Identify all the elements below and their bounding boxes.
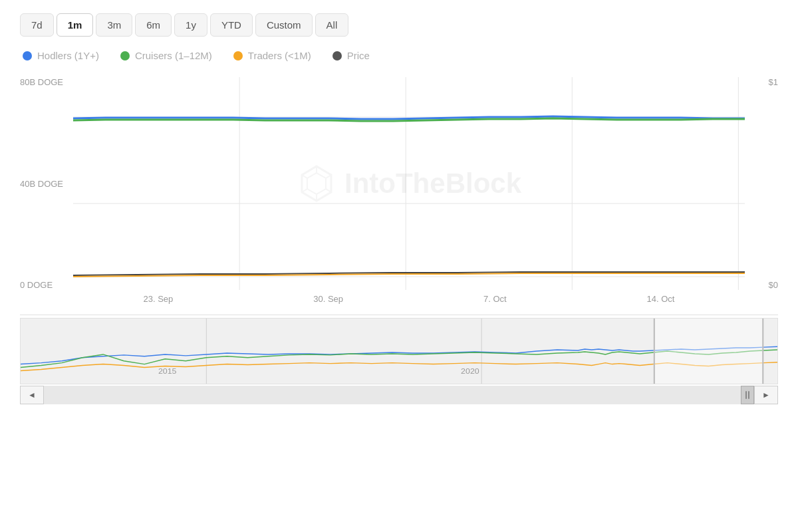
nav-scrollbar[interactable] (44, 386, 754, 404)
legend-label: Price (347, 50, 370, 61)
mini-nav-bar: ◄ ► (20, 386, 778, 404)
time-btn-custom[interactable]: Custom (255, 13, 313, 37)
mini-chart-container: 2015 2020 ◄ (20, 315, 778, 404)
y-axis-right: $1 $0 (751, 77, 778, 290)
svg-text:2020: 2020 (461, 367, 479, 376)
svg-text:2015: 2015 (158, 367, 177, 376)
time-range-selector: 7d1m3m6m1yYTDCustomAll (20, 13, 778, 37)
x-label-3: 7. Oct (483, 294, 507, 304)
y-label-top: 80B DOGE (20, 77, 73, 87)
nav-left-arrow[interactable]: ◄ (20, 386, 44, 404)
y-label-bot: 0 DOGE (20, 280, 73, 290)
time-btn-3m[interactable]: 3m (96, 13, 132, 37)
legend-dot (332, 51, 342, 61)
legend-item: Cruisers (1–12M) (120, 50, 212, 61)
x-label-4: 14. Oct (647, 294, 675, 304)
svg-rect-20 (654, 319, 764, 384)
legend-dot (233, 51, 243, 61)
chart-legend: Hodlers (1Y+)Cruisers (1–12M)Traders (<1… (20, 50, 778, 61)
nav-right-arrow[interactable]: ► (754, 386, 778, 404)
chart-wrapper: 80B DOGE 40B DOGE 0 DOGE $1 $0 (20, 77, 778, 404)
time-btn-1y[interactable]: 1y (174, 13, 207, 37)
handle-lines (745, 391, 749, 399)
legend-item: Price (332, 50, 370, 61)
mini-chart-svg: 2015 2020 (21, 319, 777, 384)
main-chart-svg (73, 77, 745, 290)
chart-svg-area: IntoTheBlock (73, 77, 745, 290)
y-axis-left: 80B DOGE 40B DOGE 0 DOGE (20, 77, 73, 290)
x-axis: 23. Sep 30. Sep 7. Oct 14. Oct (73, 294, 745, 304)
legend-dot (120, 51, 130, 61)
time-btn-all[interactable]: All (315, 13, 349, 37)
legend-label: Cruisers (1–12M) (135, 50, 212, 61)
time-btn-1m[interactable]: 1m (57, 13, 94, 37)
y-right-bot: $0 (769, 280, 778, 290)
y-right-top: $1 (769, 77, 778, 87)
y-label-mid: 40B DOGE (20, 179, 73, 189)
handle-line-2 (748, 391, 749, 399)
main-chart: 80B DOGE 40B DOGE 0 DOGE $1 $0 (20, 77, 778, 290)
legend-item: Hodlers (1Y+) (23, 50, 99, 61)
legend-label: Traders (<1M) (248, 50, 311, 61)
handle-line-1 (745, 391, 747, 399)
svg-rect-21 (654, 319, 655, 384)
time-btn-ytd[interactable]: YTD (210, 13, 253, 37)
legend-dot (23, 51, 32, 61)
svg-rect-22 (762, 319, 763, 384)
legend-item: Traders (<1M) (233, 50, 311, 61)
time-btn-7d[interactable]: 7d (20, 13, 54, 37)
x-label-2: 30. Sep (313, 294, 343, 304)
legend-label: Hodlers (1Y+) (37, 50, 99, 61)
mini-chart[interactable]: 2015 2020 (20, 318, 778, 384)
time-btn-6m[interactable]: 6m (135, 13, 172, 37)
main-container: 7d1m3m6m1yYTDCustomAll Hodlers (1Y+)Crui… (0, 0, 798, 532)
nav-handle[interactable] (741, 386, 754, 404)
x-label-1: 23. Sep (143, 294, 173, 304)
